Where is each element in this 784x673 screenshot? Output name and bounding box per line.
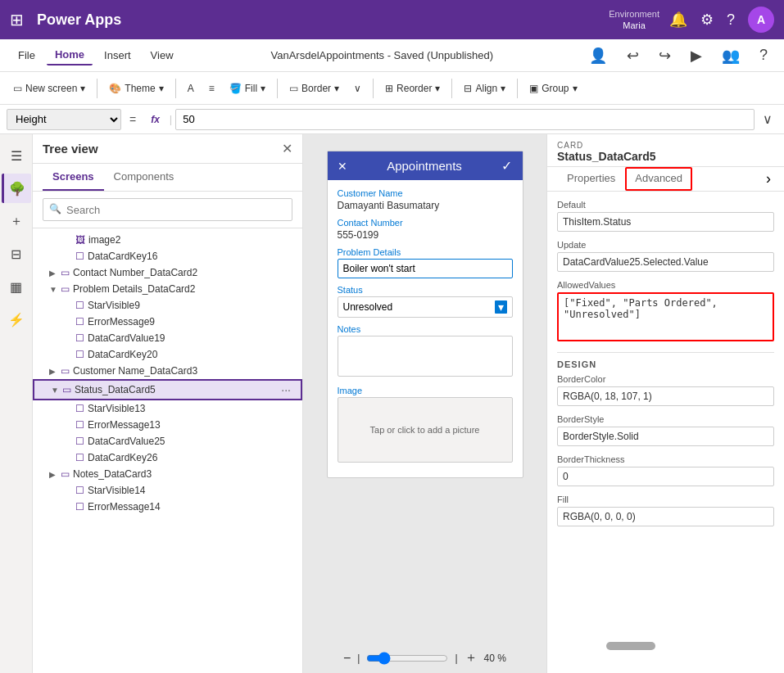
tree-item-label: DataCardKey16 xyxy=(88,251,296,262)
fill-input[interactable] xyxy=(557,507,774,526)
canvas-area[interactable]: ✕ Appointments ✓ Customer Name Damayanti… xyxy=(303,134,546,673)
zoom-minus-button[interactable]: − xyxy=(343,651,351,666)
settings-icon[interactable]: ⚙ xyxy=(700,11,714,29)
tree-item-label: ErrorMessage9 xyxy=(88,316,296,327)
tree-item-datacardvalue25[interactable]: ☐ DataCardValue25 xyxy=(33,433,302,449)
form-field-contact-number: Contact Number 555-0199 xyxy=(338,218,513,241)
tree-item-notes-datacard3[interactable]: ▶ ▭ Notes_DataCard3 xyxy=(33,466,302,482)
notification-icon[interactable]: 🔔 xyxy=(669,11,687,29)
search-input[interactable] xyxy=(43,198,292,221)
tree-item-label: Status_DataCard5 xyxy=(75,384,278,395)
env-label: Environment xyxy=(609,8,659,20)
expand-button[interactable]: ∨ xyxy=(347,79,368,97)
tree-close-button[interactable]: ✕ xyxy=(282,141,292,156)
border-button[interactable]: ▭ Border ▾ xyxy=(283,79,346,97)
tree-item-customername-datacard3[interactable]: ▶ ▭ Customer Name_DataCard3 xyxy=(33,363,302,379)
formula-expand-icon[interactable]: ∨ xyxy=(758,111,777,127)
update-input[interactable] xyxy=(557,252,774,272)
default-input[interactable] xyxy=(557,212,774,232)
theme-icon: 🎨 xyxy=(109,83,121,94)
tree-item-problemdetails-datacard2[interactable]: ▼ ▭ Problem Details_DataCard2 xyxy=(33,281,302,297)
reorder-chevron: ▾ xyxy=(435,83,440,94)
zoom-plus-button[interactable]: ＋ xyxy=(465,649,478,666)
tree-item-datacardkey16[interactable]: ☐ DataCardKey16 xyxy=(33,248,302,264)
menu-file[interactable]: File xyxy=(10,46,43,65)
border-thickness-label: BorderThickness xyxy=(557,454,774,464)
menu-insert[interactable]: Insert xyxy=(96,46,139,65)
help-menu-icon[interactable]: ? xyxy=(753,43,774,67)
tree-item-datacardkey26[interactable]: ☐ DataCardKey26 xyxy=(33,449,302,466)
tab-screens[interactable]: Screens xyxy=(43,164,104,191)
zoom-slider[interactable] xyxy=(366,652,448,665)
field-icon: ☐ xyxy=(75,419,84,431)
separator5 xyxy=(451,79,452,98)
prop-section-default: Default xyxy=(557,200,774,232)
tree-item-errormessage9[interactable]: ☐ ErrorMessage9 xyxy=(33,314,302,330)
tab-components[interactable]: Components xyxy=(104,164,184,191)
tree-item-starvisible13[interactable]: ☐ StarVisible13 xyxy=(33,400,302,417)
redo-icon[interactable]: ↪ xyxy=(652,43,678,68)
equals-sign: = xyxy=(125,113,141,126)
form-card: ✕ Appointments ✓ Customer Name Damayanti… xyxy=(327,151,523,478)
border-style-input[interactable] xyxy=(557,427,774,446)
allowed-values-input[interactable]: ["Fixed", "Parts Ordered", "Unresolved"] xyxy=(557,292,774,341)
sidebar-tree-icon[interactable]: 🌳 xyxy=(2,174,31,203)
reorder-button[interactable]: ⊞ Reorder ▾ xyxy=(378,79,446,97)
share-icon[interactable]: 👥 xyxy=(715,43,746,68)
tree-item-contactnumber-datacard2[interactable]: ▶ ▭ Contact Number_DataCard2 xyxy=(33,264,302,281)
sidebar-power-icon[interactable]: ⚡ xyxy=(2,305,31,334)
tree-item-datacardvalue19[interactable]: ☐ DataCardValue19 xyxy=(33,330,302,346)
status-dropdown[interactable]: Unresolved ▾ xyxy=(338,296,513,318)
group-label: Group xyxy=(542,83,569,94)
image-placeholder[interactable]: Tap or click to add a picture xyxy=(338,397,513,463)
customer-name-value: Damayanti Basumatary xyxy=(338,200,513,211)
form-card-header: ✕ Appointments ✓ xyxy=(328,151,523,180)
tree-item-label: DataCardValue19 xyxy=(88,332,296,344)
menu-view[interactable]: View xyxy=(143,46,182,65)
avatar[interactable]: A xyxy=(748,7,774,33)
allowed-values-label: AllowedValues xyxy=(557,280,774,290)
property-select[interactable]: Height xyxy=(7,109,121,130)
tree-item-starvisible9[interactable]: ☐ StarVisible9 xyxy=(33,297,302,314)
problem-details-input[interactable] xyxy=(338,259,513,278)
person-icon[interactable]: 👤 xyxy=(582,43,614,68)
help-icon[interactable]: ? xyxy=(727,11,735,29)
status-value: Unresolved xyxy=(343,301,393,313)
theme-button[interactable]: 🎨 Theme ▾ xyxy=(102,79,170,97)
sidebar-media-icon[interactable]: ▦ xyxy=(2,272,31,301)
reorder-label: Reorder xyxy=(397,83,432,94)
tree-item-status-datacard5[interactable]: ▼ ▭ Status_DataCard5 ··· xyxy=(33,379,302,400)
sidebar-data-icon[interactable]: ⊟ xyxy=(2,239,31,269)
form-check-button[interactable]: ✓ xyxy=(501,158,512,174)
align-text-button[interactable]: ⊟ Align ▾ xyxy=(457,79,512,97)
tab-properties[interactable]: Properties xyxy=(557,167,625,191)
form-close-button[interactable]: ✕ xyxy=(338,160,347,173)
sidebar-add-icon[interactable]: ＋ xyxy=(2,206,31,236)
new-screen-label: New screen xyxy=(25,83,77,94)
border-thickness-input[interactable] xyxy=(557,467,774,486)
tree-item-image2[interactable]: 🖼 image2 xyxy=(33,232,302,248)
border-color-input[interactable] xyxy=(557,386,774,406)
align-button[interactable]: ≡ xyxy=(202,79,221,97)
play-icon[interactable]: ▶ xyxy=(684,43,709,68)
panel-collapse-button[interactable]: › xyxy=(763,167,774,191)
tree-item-errormessage14[interactable]: ☐ ErrorMessage14 xyxy=(33,499,302,515)
fx-button[interactable]: fx xyxy=(144,112,166,127)
sidebar-menu-icon[interactable]: ☰ xyxy=(2,141,31,170)
tree-item-starvisible14[interactable]: ☐ StarVisible14 xyxy=(33,482,302,499)
tree-item-datacardkey20[interactable]: ☐ DataCardKey20 xyxy=(33,346,302,363)
notes-textarea[interactable] xyxy=(338,336,513,377)
new-screen-button[interactable]: ▭ New screen ▾ xyxy=(7,79,92,97)
environment-info: Environment Maria xyxy=(609,8,659,32)
formula-input[interactable] xyxy=(175,109,755,130)
text-format-button[interactable]: A xyxy=(181,79,201,97)
group-button[interactable]: ▣ Group ▾ xyxy=(523,79,583,97)
more-options-button[interactable]: ··· xyxy=(278,383,294,396)
undo-icon[interactable]: ↩ xyxy=(620,43,646,68)
tree-item-errormessage13[interactable]: ☐ ErrorMessage13 xyxy=(33,417,302,433)
waffle-icon[interactable]: ⊞ xyxy=(10,10,24,29)
fill-button[interactable]: 🪣 Fill ▾ xyxy=(223,79,272,97)
menu-home[interactable]: Home xyxy=(47,45,93,65)
card-name: Status_DataCard5 xyxy=(557,150,774,163)
tab-advanced[interactable]: Advanced xyxy=(625,167,692,191)
